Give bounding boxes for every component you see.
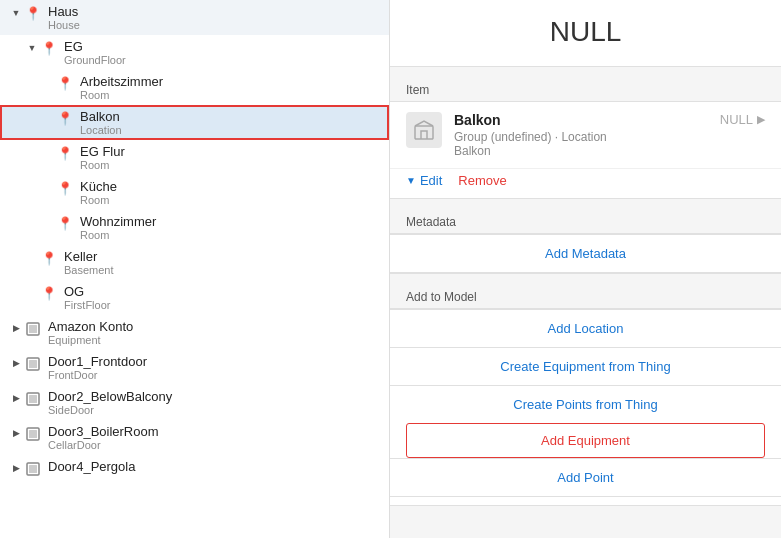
item-type-balkon: Location <box>80 124 122 136</box>
item-card-id: Balkon <box>454 144 720 158</box>
item-type-eg: GroundFloor <box>64 54 126 66</box>
item-type-kueche: Room <box>80 194 117 206</box>
pin-icon-arbeitszimmer: 📍 <box>56 76 74 91</box>
svg-rect-10 <box>415 126 433 139</box>
item-name-eg: EG <box>64 39 126 54</box>
cube-icon-door1 <box>24 356 42 372</box>
item-name-door4: Door4_Pergola <box>48 459 135 474</box>
item-name-balkon: Balkon <box>80 109 122 124</box>
item-name-keller: Keller <box>64 249 114 264</box>
chevron-right-icon: ▶ <box>757 113 765 126</box>
pin-icon-wohnzimmer: 📍 <box>56 216 74 231</box>
item-type-amazon: Equipment <box>48 334 133 346</box>
pin-icon-eg-flur: 📍 <box>56 146 74 161</box>
item-type-keller: Basement <box>64 264 114 276</box>
svg-rect-5 <box>29 395 37 403</box>
tree-item-eg[interactable]: 📍 EG GroundFloor <box>0 35 389 70</box>
item-name-door3: Door3_BoilerRoom <box>48 424 159 439</box>
tree-item-door3[interactable]: Door3_BoilerRoom CellarDoor <box>0 420 389 455</box>
item-type-haus: House <box>48 19 80 31</box>
item-name-door2: Door2_BelowBalcony <box>48 389 172 404</box>
tree-item-kueche[interactable]: 📍 Küche Room <box>0 175 389 210</box>
create-equipment-button[interactable]: Create Equipment from Thing <box>390 347 781 385</box>
item-card-name: Balkon <box>454 112 720 128</box>
remove-button[interactable]: Remove <box>458 173 506 188</box>
edit-label: Edit <box>420 173 442 188</box>
item-type-arbeitszimmer: Room <box>80 89 163 101</box>
item-type-door3: CellarDoor <box>48 439 159 451</box>
item-actions: ▼ Edit Remove <box>390 168 781 198</box>
tree-item-og[interactable]: 📍 OG FirstFloor <box>0 280 389 315</box>
tree-item-wohnzimmer[interactable]: 📍 Wohnzimmer Room <box>0 210 389 245</box>
item-type-door2: SideDoor <box>48 404 172 416</box>
add-to-model-card: Add Location Create Equipment from Thing… <box>390 308 781 506</box>
svg-rect-1 <box>29 325 37 333</box>
cube-icon-door2 <box>24 391 42 407</box>
tree-item-door1[interactable]: Door1_Frontdoor FrontDoor <box>0 350 389 385</box>
item-name-og: OG <box>64 284 110 299</box>
metadata-card: Add Metadata <box>390 233 781 274</box>
item-card: Balkon Group (undefined) · Location Balk… <box>390 101 781 199</box>
item-name-arbeitszimmer: Arbeitszimmer <box>80 74 163 89</box>
tree-item-keller[interactable]: 📍 Keller Basement <box>0 245 389 280</box>
item-name-wohnzimmer: Wohnzimmer <box>80 214 156 229</box>
tree-item-balkon[interactable]: 📍 Balkon Location <box>0 105 389 140</box>
remove-label: Remove <box>458 173 506 188</box>
expand-eg[interactable] <box>24 42 40 53</box>
add-location-button[interactable]: Add Location <box>390 309 781 347</box>
create-points-button[interactable]: Create Points from Thing <box>390 385 781 423</box>
chevron-down-icon: ▼ <box>406 175 416 186</box>
item-name-eg-flur: EG Flur <box>80 144 125 159</box>
item-name-haus: Haus <box>48 4 80 19</box>
pin-icon-eg: 📍 <box>40 41 58 56</box>
pin-icon-balkon: 📍 <box>56 111 74 126</box>
svg-rect-3 <box>29 360 37 368</box>
null-value-label: NULL <box>720 112 753 127</box>
tree-item-arbeitszimmer[interactable]: 📍 Arbeitszimmer Room <box>0 70 389 105</box>
expand-door4[interactable] <box>8 462 24 473</box>
cube-icon-amazon <box>24 321 42 337</box>
item-type-door1: FrontDoor <box>48 369 147 381</box>
item-name-kueche: Küche <box>80 179 117 194</box>
detail-panel: NULL Item Balkon Group (undefined) · Loc… <box>390 0 781 538</box>
null-header: NULL <box>390 0 781 67</box>
section-label-add-to-model: Add to Model <box>390 282 781 308</box>
add-metadata-button[interactable]: Add Metadata <box>390 234 781 273</box>
pin-icon-og: 📍 <box>40 286 58 301</box>
item-name-amazon: Amazon Konto <box>48 319 133 334</box>
svg-rect-7 <box>29 430 37 438</box>
add-point-button[interactable]: Add Point <box>390 458 781 497</box>
item-card-null-value: NULL ▶ <box>720 112 765 127</box>
tree-panel: 📍 Haus House 📍 EG GroundFloor 📍 Arbeitsz… <box>0 0 390 538</box>
item-type-og: FirstFloor <box>64 299 110 311</box>
edit-button[interactable]: ▼ Edit <box>406 173 442 188</box>
tree-item-haus[interactable]: 📍 Haus House <box>0 0 389 35</box>
expand-door3[interactable] <box>8 427 24 438</box>
pin-icon-keller: 📍 <box>40 251 58 266</box>
tree-item-door2[interactable]: Door2_BelowBalcony SideDoor <box>0 385 389 420</box>
item-card-subtype: Group (undefined) · Location <box>454 130 720 144</box>
tree-item-amazon-konto[interactable]: Amazon Konto Equipment <box>0 315 389 350</box>
expand-haus[interactable] <box>8 7 24 18</box>
tree-item-eg-flur[interactable]: 📍 EG Flur Room <box>0 140 389 175</box>
item-name-door1: Door1_Frontdoor <box>48 354 147 369</box>
pin-icon-kueche: 📍 <box>56 181 74 196</box>
pin-icon-haus: 📍 <box>24 6 42 21</box>
expand-amazon-konto[interactable] <box>8 322 24 333</box>
section-label-metadata: Metadata <box>390 207 781 233</box>
add-equipment-button[interactable]: Add Equipment <box>406 423 765 458</box>
expand-door1[interactable] <box>8 357 24 368</box>
item-type-wohnzimmer: Room <box>80 229 156 241</box>
expand-door2[interactable] <box>8 392 24 403</box>
cube-icon-door4 <box>24 461 42 477</box>
tree-item-door4[interactable]: Door4_Pergola <box>0 455 389 481</box>
item-card-details: Balkon Group (undefined) · Location Balk… <box>454 112 720 158</box>
item-type-eg-flur: Room <box>80 159 125 171</box>
cube-icon-door3 <box>24 426 42 442</box>
section-label-item: Item <box>390 75 781 101</box>
svg-rect-9 <box>29 465 37 473</box>
null-label: NULL <box>550 16 622 47</box>
item-card-building-icon <box>406 112 442 148</box>
item-card-row: Balkon Group (undefined) · Location Balk… <box>390 102 781 168</box>
